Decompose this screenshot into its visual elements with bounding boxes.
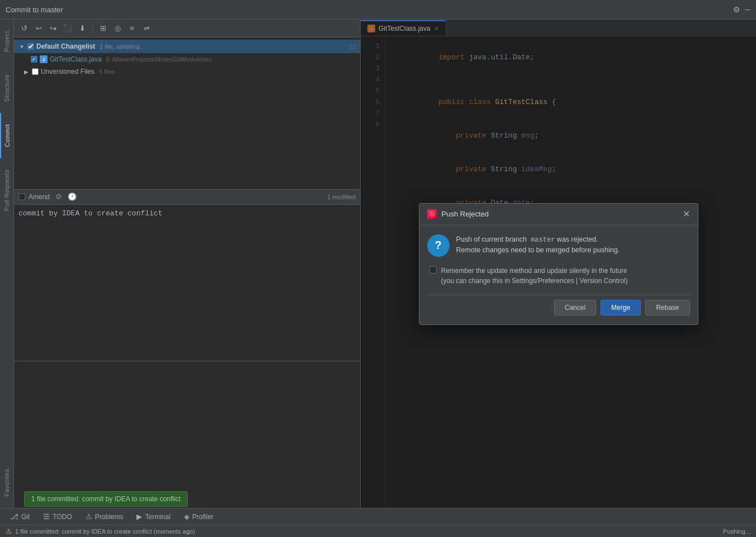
status-left: ⚠ 1 file committed: commit by IDEA to cr… [6,527,195,535]
bottom-tab-profiler-label: Profiler [192,513,214,521]
dialog-title-bar: 🔴 Push Rejected ✕ [419,204,698,225]
dialog-message: Push of current branch master was reject… [456,234,620,256]
toolbar-grid-btn[interactable]: ⊞ [97,23,108,34]
toolbar-undo-btn[interactable]: ↩ [33,23,44,34]
dialog-question-icon: ? [427,234,450,257]
status-warning-icon: ⚠ [6,527,12,535]
toolbar-separator [92,24,93,33]
dialog-buttons: Cancel Merge Rebase [427,295,690,315]
sidebar-item-pull-requests[interactable]: Pull Requests [0,158,13,222]
dialog-overlay: 🔴 Push Rejected ✕ ? Push of current bran… [361,20,756,508]
sidebar-item-favorites[interactable]: Favorites [0,458,13,508]
commit-panel: ↺ ↩ ↪ ⬛ ⬇ ⊞ ◎ ≡ ⇌ ▼ Default Changelist 1… [14,20,361,508]
dialog-close-btn[interactable]: ✕ [683,210,690,219]
problems-icon: ⚠ [86,512,92,521]
editor-panel: J GitTestClass.java ✕ 1 2 3 4 5 6 7 8 im… [361,20,756,508]
dialog-remember-checkbox[interactable] [429,266,437,274]
amend-checkbox[interactable] [18,194,25,200]
settings-icon[interactable]: ⚙ [733,5,740,14]
file-checkbox[interactable] [31,56,37,63]
bottom-tab-todo[interactable]: ☰ TODO [37,509,77,525]
amend-history-icon[interactable]: 🕐 [68,192,77,201]
amend-bar: Amend ⚙ 🕐 1 modified [14,189,360,205]
toolbar-diff-btn[interactable]: ⬛ [62,23,73,34]
bottom-tab-problems-label: Problems [95,513,124,521]
status-message: 1 file committed: commit by IDEA to crea… [15,528,195,535]
title-bar: Commit to master ⚙ ─ [0,0,756,20]
changelist-status: 1 file, updating... [100,43,145,50]
sidebar-item-commit[interactable]: Commit [0,113,13,158]
dialog-cancel-btn[interactable]: Cancel [554,300,596,315]
dialog-message-part2: was rejected. [555,235,598,243]
unversioned-row[interactable]: ▶ Unversioned Files 5 files [14,65,360,78]
changelist-header[interactable]: ▼ Default Changelist 1 file, updating...… [14,40,360,53]
file-name: GitTestClass.java [50,55,102,63]
file-path: E:\MavenProjects\Notes\GitModule\src [106,56,212,63]
changelist-expand-icon[interactable]: ▼ [18,43,25,50]
toolbar-redo-btn[interactable]: ↪ [48,23,59,34]
status-right: Pushing... [723,528,750,535]
dialog-rebase-btn[interactable]: Rebase [645,300,689,315]
changelist-area[interactable]: ▼ Default Changelist 1 file, updating...… [14,37,360,189]
bottom-tab-terminal[interactable]: ▶ Terminal [131,509,176,525]
push-rejected-dialog: 🔴 Push Rejected ✕ ? Push of current bran… [419,203,698,325]
file-icon: J [40,55,48,63]
unversioned-count: 5 files [99,68,115,75]
dialog-branch-name: master [527,236,555,244]
dialog-message-row: ? Push of current branch master was reje… [427,234,690,257]
todo-icon: ☰ [43,512,50,521]
title-bar-icons: ⚙ ─ [733,5,750,14]
dialog-message-part3: Remote changes need to be merged before … [456,246,620,254]
file-item[interactable]: J GitTestClass.java E:\MavenProjects\Not… [14,53,360,65]
terminal-icon: ▶ [136,512,142,521]
unversioned-expand-icon[interactable]: ▶ [23,68,30,75]
commit-bottom-space [14,361,360,508]
changelist-name: Default Changelist [36,43,95,50]
notification-bar: 1 file committed: commit by IDEA to crea… [24,491,188,507]
bottom-tab-terminal-label: Terminal [145,513,170,521]
toolbar-refresh-btn[interactable]: ↺ [18,23,30,34]
amend-settings-icon[interactable]: ⚙ [55,192,62,201]
toolbar-download-btn[interactable]: ⬇ [77,23,88,34]
minimize-icon[interactable]: ─ [745,5,750,14]
modified-badge: 1 modified [327,194,356,200]
sidebar-item-project[interactable]: Project [0,20,13,63]
side-tabs: Project Structure Commit Pull Requests F… [0,20,14,508]
amend-label: Amend [29,193,50,201]
git-icon: ⎇ [10,512,18,521]
toolbar-target-btn[interactable]: ◎ [112,23,123,34]
bottom-tab-profiler[interactable]: ◈ Profiler [178,509,219,525]
commit-message-area[interactable]: commit by IDEA to create conflict [14,205,360,361]
commit-message-text[interactable]: commit by IDEA to create conflict [18,209,356,356]
dialog-message-part1: Push of current branch [456,235,527,243]
status-bar: ⚠ 1 file committed: commit by IDEA to cr… [0,525,756,537]
profiler-icon: ◈ [184,512,190,521]
main-layout: Project Structure Commit Pull Requests F… [0,20,756,508]
unversioned-label: Unversioned Files [41,68,94,76]
toolbar-list-btn[interactable]: ≡ [126,23,138,34]
bottom-tab-todo-label: TODO [53,513,72,521]
bottom-tab-problems[interactable]: ⚠ Problems [80,509,129,525]
dialog-checkbox-row: Remember the update method and update si… [427,266,690,286]
changelist-expand-right[interactable]: ⊡ [349,43,356,51]
status-pushing: Pushing... [723,528,750,535]
unversioned-checkbox[interactable] [32,68,39,75]
sidebar-item-structure[interactable]: Structure [0,63,13,113]
bottom-tab-git-label: Git [21,513,30,521]
dialog-app-icon: 🔴 [427,209,437,219]
bottom-tab-git[interactable]: ⎇ Git [4,509,35,525]
dialog-merge-btn[interactable]: Merge [601,300,641,315]
toolbar-switch-btn[interactable]: ⇌ [141,23,152,34]
dialog-title: Push Rejected [442,210,678,218]
bottom-tabs: ⎇ Git ☰ TODO ⚠ Problems ▶ Terminal ◈ Pro… [0,508,756,525]
notification-text: 1 file committed: commit by IDEA to crea… [31,495,181,503]
commit-toolbar: ↺ ↩ ↪ ⬛ ⬇ ⊞ ◎ ≡ ⇌ [14,20,360,37]
title-bar-title: Commit to master [6,6,733,14]
dialog-checkbox-label: Remember the update method and update si… [441,266,628,286]
dialog-body: ? Push of current branch master was reje… [419,225,698,324]
changelist-checkbox[interactable] [27,43,34,50]
